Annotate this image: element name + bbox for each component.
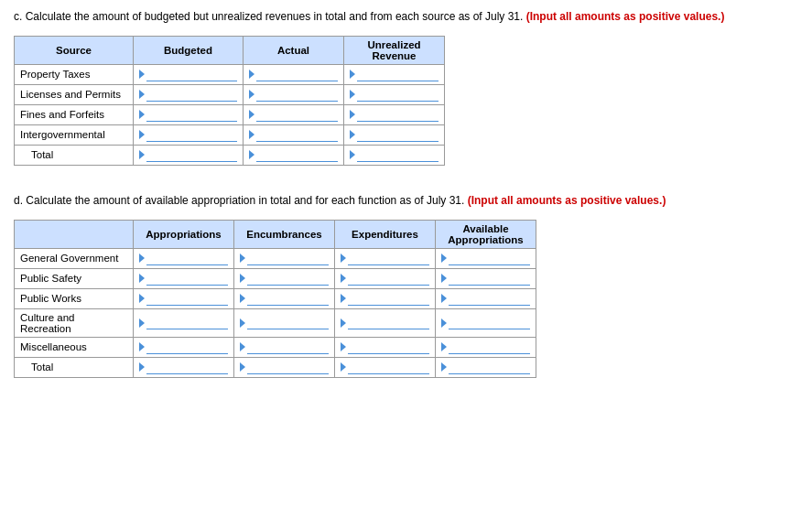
actual-input[interactable] <box>256 128 338 142</box>
appropriations-input[interactable] <box>146 361 228 374</box>
available-input-cell[interactable] <box>436 288 536 308</box>
input-triangle-icon <box>341 342 346 351</box>
budgeted-input[interactable] <box>146 108 237 122</box>
unrealized-input-cell[interactable] <box>344 104 445 124</box>
expenditures-input-cell[interactable] <box>335 288 436 308</box>
unrealized-input[interactable] <box>357 128 438 142</box>
expenditures-input-cell[interactable] <box>335 337 436 357</box>
budgeted-input-cell[interactable] <box>134 104 244 124</box>
actual-input-cell[interactable] <box>244 84 344 104</box>
actual-input-cell[interactable] <box>244 145 344 165</box>
input-triangle-icon <box>341 274 346 283</box>
table-row: Fines and Forfeits <box>15 104 445 124</box>
input-triangle-icon <box>441 362 447 372</box>
encumbrances-input-cell[interactable] <box>234 357 335 377</box>
budgeted-input-cell[interactable] <box>134 84 244 104</box>
expenditures-input[interactable] <box>348 252 429 265</box>
input-triangle-icon <box>240 274 245 283</box>
section-c-table: Source Budgeted Actual Unrealized Revenu… <box>14 36 445 166</box>
appropriations-input[interactable] <box>146 292 228 306</box>
appropriations-input-cell[interactable] <box>134 308 234 337</box>
encumbrances-input[interactable] <box>247 292 329 306</box>
unrealized-input[interactable] <box>357 88 438 102</box>
appropriations-input[interactable] <box>146 272 228 286</box>
available-input-cell[interactable] <box>436 308 536 337</box>
unrealized-input-cell[interactable] <box>344 124 445 145</box>
appropriations-input-cell[interactable] <box>134 357 234 377</box>
encumbrances-input[interactable] <box>247 340 329 354</box>
expenditures-input-cell[interactable] <box>335 308 436 337</box>
appropriations-input-cell[interactable] <box>134 248 234 268</box>
input-triangle-icon <box>249 150 254 159</box>
encumbrances-input-cell[interactable] <box>234 248 335 268</box>
budgeted-input[interactable] <box>146 88 237 102</box>
appropriations-input[interactable] <box>146 340 228 354</box>
unrealized-input[interactable] <box>357 108 438 122</box>
available-input[interactable] <box>449 316 530 329</box>
available-input[interactable] <box>449 272 530 286</box>
expenditures-input[interactable] <box>348 316 429 329</box>
actual-input[interactable] <box>256 88 338 102</box>
expenditures-input-cell[interactable] <box>335 268 436 288</box>
appropriations-input[interactable] <box>146 252 228 265</box>
encumbrances-input-cell[interactable] <box>234 308 335 337</box>
encumbrances-input[interactable] <box>247 361 329 374</box>
input-triangle-icon <box>441 274 447 283</box>
row-label: Intergovernmental <box>15 124 134 145</box>
available-input[interactable] <box>449 252 530 265</box>
encumbrances-input[interactable] <box>247 272 329 286</box>
available-input[interactable] <box>449 361 530 374</box>
appropriations-input-cell[interactable] <box>134 268 234 288</box>
input-triangle-icon <box>249 70 254 79</box>
unrealized-input[interactable] <box>357 68 438 81</box>
actual-input-cell[interactable] <box>244 104 344 124</box>
appropriations-input-cell[interactable] <box>134 288 234 308</box>
input-triangle-icon <box>240 294 245 303</box>
encumbrances-input-cell[interactable] <box>234 268 335 288</box>
unrealized-input-cell[interactable] <box>344 84 445 104</box>
input-triangle-icon <box>249 90 254 99</box>
available-input-cell[interactable] <box>436 248 536 268</box>
actual-input-cell[interactable] <box>244 124 344 145</box>
encumbrances-input[interactable] <box>247 316 329 329</box>
available-input[interactable] <box>449 292 530 306</box>
expenditures-input[interactable] <box>348 340 429 354</box>
budgeted-input-cell[interactable] <box>134 124 244 145</box>
expenditures-input[interactable] <box>348 272 429 286</box>
actual-input-cell[interactable] <box>244 64 344 84</box>
input-triangle-icon <box>350 90 355 99</box>
expenditures-input[interactable] <box>348 292 429 306</box>
available-input-cell[interactable] <box>436 268 536 288</box>
input-triangle-icon <box>240 254 245 263</box>
input-triangle-icon <box>139 254 145 263</box>
available-input-cell[interactable] <box>436 337 536 357</box>
table-row: General Government <box>15 248 536 268</box>
expenditures-input-cell[interactable] <box>335 248 436 268</box>
input-triangle-icon <box>341 318 346 328</box>
budgeted-input[interactable] <box>146 68 237 81</box>
available-input-cell[interactable] <box>436 357 536 377</box>
encumbrances-input-cell[interactable] <box>234 288 335 308</box>
encumbrances-input-cell[interactable] <box>234 337 335 357</box>
section-d: d. Calculate the amount of available app… <box>14 193 798 378</box>
actual-input[interactable] <box>256 68 338 81</box>
appropriations-input[interactable] <box>146 316 228 329</box>
actual-input[interactable] <box>256 108 338 122</box>
encumbrances-input[interactable] <box>247 252 329 265</box>
unrealized-input-cell[interactable] <box>344 145 445 165</box>
appropriations-input-cell[interactable] <box>134 337 234 357</box>
section-c-text: c. Calculate the amount of budgeted but … <box>14 10 523 23</box>
expenditures-input[interactable] <box>348 361 429 374</box>
actual-input[interactable] <box>256 148 338 162</box>
section-c-question: c. Calculate the amount of budgeted but … <box>14 9 798 25</box>
budgeted-input-cell[interactable] <box>134 145 244 165</box>
unrealized-input[interactable] <box>357 148 438 162</box>
available-input[interactable] <box>449 340 530 354</box>
budgeted-input[interactable] <box>146 128 237 142</box>
budgeted-input-cell[interactable] <box>134 64 244 84</box>
section-c: c. Calculate the amount of budgeted but … <box>14 9 798 166</box>
expenditures-input-cell[interactable] <box>335 357 436 377</box>
budgeted-input[interactable] <box>146 148 237 162</box>
table-row: Public Works <box>15 288 536 308</box>
unrealized-input-cell[interactable] <box>344 64 445 84</box>
